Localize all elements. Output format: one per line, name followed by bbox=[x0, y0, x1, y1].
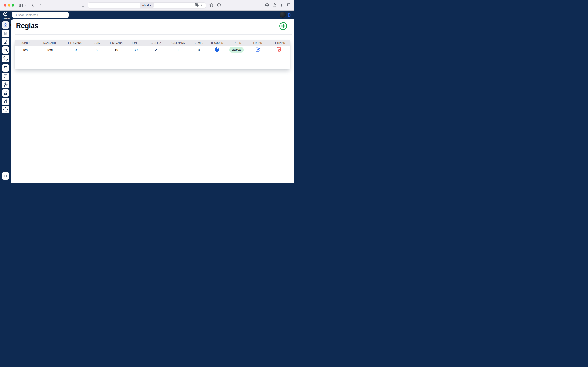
cell-nombre: test bbox=[15, 46, 37, 54]
sidebar-item-charts[interactable] bbox=[1, 30, 9, 37]
expand-sidebar-button[interactable] bbox=[1, 172, 9, 180]
col-status: STATUS bbox=[226, 40, 247, 46]
reload-icon[interactable] bbox=[201, 3, 204, 7]
cell-status: Activa bbox=[226, 46, 247, 54]
col-i-dia: I. DIA bbox=[87, 40, 107, 46]
expand-sidebar-icon bbox=[3, 174, 8, 178]
col-eliminar: ELIMINAR bbox=[268, 40, 290, 46]
cell-c-semana: 1 bbox=[167, 46, 190, 54]
plus-circle-icon bbox=[279, 22, 287, 30]
cell-c-delta: 2 bbox=[145, 46, 167, 54]
cell-i-mes: 30 bbox=[126, 46, 145, 54]
sidebar-toggle-icon[interactable] bbox=[19, 3, 23, 7]
add-rule-button[interactable] bbox=[279, 22, 287, 30]
sidebar-item-forms[interactable] bbox=[1, 38, 9, 45]
forward-icon[interactable] bbox=[39, 3, 43, 7]
col-bloques: BLOQUES bbox=[208, 40, 226, 46]
sidebar-item-stats[interactable] bbox=[1, 98, 9, 105]
sidebar-item-chat[interactable] bbox=[1, 73, 9, 80]
col-c-semana: C. SEMANA bbox=[167, 40, 190, 46]
sidebar-item-settings[interactable] bbox=[1, 106, 9, 113]
cell-i-llamada: 10 bbox=[63, 46, 87, 54]
sidebar-item-home[interactable] bbox=[1, 21, 9, 29]
minimize-window-button[interactable] bbox=[8, 4, 10, 7]
browser-chrome: fullcall.cl bbox=[0, 0, 294, 11]
col-nombre: NOMBRE bbox=[15, 40, 37, 46]
col-i-llamada: I. LLAMADA bbox=[63, 40, 87, 46]
cell-i-semana: 10 bbox=[107, 46, 126, 54]
rules-table-card: NOMBRE MANDANTE I. LLAMADA I. DIA I. SEM… bbox=[15, 40, 290, 69]
url-text: fullcall.cl bbox=[140, 3, 154, 8]
col-i-mes: I. MES bbox=[126, 40, 145, 46]
title-divider bbox=[15, 34, 292, 35]
fullcall-logo: FULLCALL bbox=[2, 11, 8, 19]
star-icon[interactable] bbox=[209, 3, 213, 7]
headset-logo-icon bbox=[3, 11, 8, 17]
sidebar-item-calls[interactable] bbox=[1, 55, 9, 62]
col-i-semana: I. SEMANA bbox=[107, 40, 126, 46]
cell-eliminar bbox=[268, 46, 290, 54]
pie-chart-icon[interactable] bbox=[214, 47, 220, 53]
search-input[interactable] bbox=[12, 12, 69, 18]
home-icon bbox=[3, 23, 8, 28]
phone-icon bbox=[3, 56, 8, 61]
status-badge: Activa bbox=[229, 47, 244, 53]
avatar[interactable] bbox=[280, 12, 286, 18]
traffic-lights bbox=[4, 4, 14, 7]
table-row: test test 10 3 10 30 2 1 4 Activa bbox=[15, 46, 290, 54]
col-c-mes: C. MES bbox=[190, 40, 208, 46]
col-editar: EDITAR bbox=[247, 40, 268, 46]
voice-bubble-icon bbox=[3, 82, 8, 87]
edit-icon[interactable] bbox=[256, 47, 260, 53]
download-icon[interactable] bbox=[265, 3, 269, 7]
tabs-icon[interactable] bbox=[286, 3, 290, 7]
users-icon bbox=[3, 48, 8, 53]
close-window-button[interactable] bbox=[4, 4, 6, 7]
info-icon[interactable] bbox=[217, 3, 221, 7]
col-mandante: MANDANTE bbox=[37, 40, 63, 46]
page-title: Reglas bbox=[16, 22, 38, 30]
cell-i-dia: 3 bbox=[87, 46, 107, 54]
cell-mandante: test bbox=[37, 46, 63, 54]
sidebar-item-voice[interactable] bbox=[1, 81, 9, 88]
url-bar[interactable]: fullcall.cl bbox=[88, 2, 206, 8]
new-tab-icon[interactable] bbox=[280, 3, 284, 7]
zoom-window-button[interactable] bbox=[12, 4, 14, 7]
bar-chart-icon bbox=[3, 31, 8, 36]
database-icon bbox=[3, 91, 8, 95]
logout-icon[interactable] bbox=[288, 13, 292, 17]
mail-icon bbox=[3, 66, 8, 70]
table-header-row: NOMBRE MANDANTE I. LLAMADA I. DIA I. SEM… bbox=[15, 40, 290, 46]
cell-bloques bbox=[208, 46, 226, 54]
sidebar-item-contacts[interactable] bbox=[1, 46, 9, 54]
rules-table: NOMBRE MANDANTE I. LLAMADA I. DIA I. SEM… bbox=[15, 40, 290, 54]
delete-icon[interactable] bbox=[277, 47, 282, 53]
app-navbar: FULLCALL bbox=[0, 11, 294, 19]
gear-icon bbox=[3, 107, 8, 112]
brand-text: FULLCALL bbox=[2, 18, 8, 19]
signal-bars-icon bbox=[3, 99, 8, 104]
main-content: Reglas NOMBRE MANDANTE I. LLAMADA I. DIA… bbox=[11, 19, 294, 184]
cell-editar bbox=[247, 46, 268, 54]
back-icon[interactable] bbox=[31, 3, 35, 7]
cell-c-mes: 4 bbox=[190, 46, 208, 54]
shield-icon[interactable] bbox=[81, 3, 85, 7]
sidebar-item-mail[interactable] bbox=[1, 64, 9, 72]
col-c-delta: C. DELTA bbox=[145, 40, 167, 46]
sidebar-item-database[interactable] bbox=[1, 89, 9, 97]
share-icon[interactable] bbox=[272, 3, 277, 7]
chat-icon bbox=[3, 74, 8, 79]
translate-icon[interactable] bbox=[195, 3, 199, 8]
chevron-down-icon[interactable] bbox=[25, 4, 27, 6]
sidebar bbox=[0, 19, 11, 184]
checklist-icon bbox=[3, 40, 8, 44]
